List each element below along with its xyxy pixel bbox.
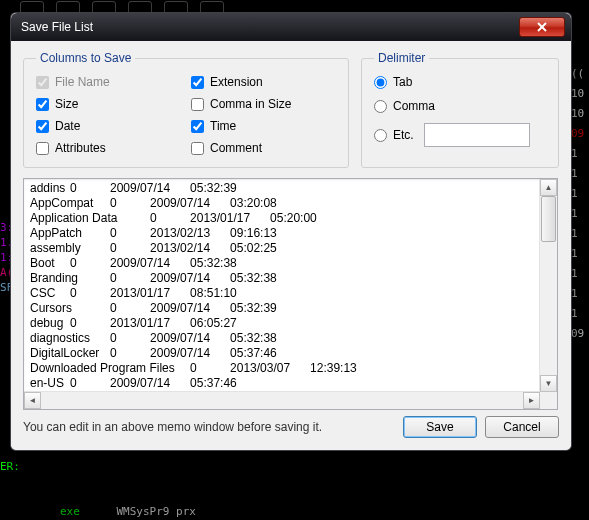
delimiter-tab-radio[interactable]: Tab xyxy=(374,75,546,89)
preview-memo: addins 0 2009/07/14 05:32:39 AppCompat 0… xyxy=(23,178,558,410)
column-comment-checkbox[interactable]: Comment xyxy=(191,141,336,155)
bg-status-er: ER: xyxy=(0,460,20,473)
column-filename-input xyxy=(36,76,49,89)
column-filename-checkbox: File Name xyxy=(36,75,181,89)
column-commasize-input[interactable] xyxy=(191,98,204,111)
save-button[interactable]: Save xyxy=(403,416,477,438)
delimiter-etc-radio[interactable]: Etc. xyxy=(374,128,414,142)
delimiter-etc-input[interactable] xyxy=(374,129,387,142)
vertical-scrollbar[interactable]: ▲ ▼ xyxy=(539,179,557,392)
delimiter-etc-field[interactable] xyxy=(424,123,530,147)
preview-memo-text[interactable]: addins 0 2009/07/14 05:32:39 AppCompat 0… xyxy=(24,179,540,392)
cancel-button[interactable]: Cancel xyxy=(485,416,559,438)
column-size-checkbox[interactable]: Size xyxy=(36,97,181,111)
titlebar[interactable]: Save File List xyxy=(11,13,571,41)
column-attrs-checkbox[interactable]: Attributes xyxy=(36,141,181,155)
column-comment-label: Comment xyxy=(210,141,262,155)
close-button[interactable] xyxy=(519,17,565,37)
delimiter-tab-label: Tab xyxy=(393,75,412,89)
delimiter-tab-input[interactable] xyxy=(374,76,387,89)
column-attrs-input[interactable] xyxy=(36,142,49,155)
chevron-right-icon: ► xyxy=(528,396,536,405)
scroll-down-button[interactable]: ▼ xyxy=(540,375,557,392)
delimiter-comma-input[interactable] xyxy=(374,100,387,113)
column-extension-input[interactable] xyxy=(191,76,204,89)
column-time-checkbox[interactable]: Time xyxy=(191,119,336,133)
chevron-down-icon: ▼ xyxy=(545,379,553,388)
columns-to-save-group: Columns to Save File NameExtensionSizeCo… xyxy=(23,51,349,168)
columns-legend: Columns to Save xyxy=(36,51,135,65)
vscroll-thumb[interactable] xyxy=(541,196,556,242)
delimiter-group: Delimiter Tab Comma Etc. xyxy=(361,51,559,168)
column-extension-checkbox[interactable]: Extension xyxy=(191,75,336,89)
delimiter-comma-radio[interactable]: Comma xyxy=(374,99,546,113)
column-size-input[interactable] xyxy=(36,98,49,111)
column-size-label: Size xyxy=(55,97,78,111)
delimiter-etc-label: Etc. xyxy=(393,128,414,142)
chevron-up-icon: ▲ xyxy=(545,183,553,192)
bg-bottom-exe: exe xyxy=(60,505,80,518)
bg-bottom-prx: WMSysPr9 prx xyxy=(117,505,196,518)
column-comment-input[interactable] xyxy=(191,142,204,155)
column-commasize-label: Comma in Size xyxy=(210,97,291,111)
scroll-right-button[interactable]: ► xyxy=(523,392,540,409)
column-extension-label: Extension xyxy=(210,75,263,89)
horizontal-scrollbar[interactable]: ◄ ► xyxy=(24,391,540,409)
save-file-list-dialog: Save File List Columns to Save File Name… xyxy=(10,12,572,451)
bg-bottom-row: exe WMSysPr9 prx xyxy=(60,505,196,518)
column-filename-label: File Name xyxy=(55,75,110,89)
window-title: Save File List xyxy=(17,20,93,34)
column-date-input[interactable] xyxy=(36,120,49,133)
scroll-left-button[interactable]: ◄ xyxy=(24,392,41,409)
column-time-label: Time xyxy=(210,119,236,133)
vscroll-track[interactable] xyxy=(540,196,557,375)
delimiter-comma-label: Comma xyxy=(393,99,435,113)
column-date-label: Date xyxy=(55,119,80,133)
scroll-corner xyxy=(540,392,557,409)
column-time-input[interactable] xyxy=(191,120,204,133)
column-attrs-label: Attributes xyxy=(55,141,106,155)
scroll-up-button[interactable]: ▲ xyxy=(540,179,557,196)
column-date-checkbox[interactable]: Date xyxy=(36,119,181,133)
bg-right-strip: ((10100911111111109 xyxy=(569,60,589,460)
dialog-body: Columns to Save File NameExtensionSizeCo… xyxy=(11,41,571,450)
close-icon xyxy=(537,22,547,32)
delimiter-legend: Delimiter xyxy=(374,51,429,65)
chevron-left-icon: ◄ xyxy=(29,396,37,405)
column-commasize-checkbox[interactable]: Comma in Size xyxy=(191,97,336,111)
